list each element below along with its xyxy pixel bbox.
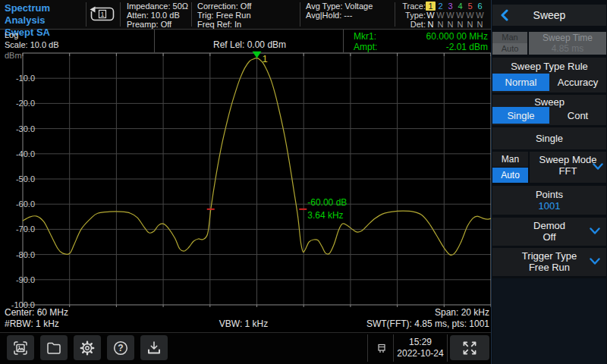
y-axis-tick-label: -20.0 bbox=[16, 99, 35, 108]
trace-3-type: W bbox=[445, 11, 455, 20]
header-separator bbox=[86, 2, 86, 27]
app-title-line1: Spectrum Analysis bbox=[5, 2, 85, 27]
y-axis-tick-label: -80.0 bbox=[16, 250, 35, 259]
correction-readout: Correction: Off bbox=[197, 2, 251, 11]
sweep-mode-dropdown[interactable]: Sweep Mode FFT bbox=[530, 152, 606, 183]
y-axis-tick-label: -70.0 bbox=[16, 224, 35, 234]
y-axis-tick-label: -50.0 bbox=[16, 174, 35, 184]
trace-1-trace[interactable]: 1 bbox=[426, 2, 436, 11]
trace-matrix[interactable]: Trace:123456Type:WWWWWWDet:NNNNNN bbox=[398, 2, 490, 29]
impedance-readout: Impedance: 50Ω bbox=[127, 2, 188, 11]
amplitude-unit-label: dBm bbox=[5, 51, 22, 60]
save-button[interactable] bbox=[140, 335, 168, 360]
trigger-type-dropdown[interactable]: Trigger Type Free Run bbox=[492, 248, 606, 276]
svg-text:?: ? bbox=[118, 343, 123, 353]
points-label: Points bbox=[492, 186, 606, 200]
demod-dropdown[interactable]: Demod Off bbox=[492, 218, 606, 246]
save-icon bbox=[145, 339, 163, 357]
header-bar: Spectrum Analysis Swept SA 1 Impedance: … bbox=[0, 0, 492, 30]
trace-matrix-row-label: Type: bbox=[398, 11, 426, 20]
spectrum-analyzer-screen: -10.0-20.0-30.0-40.0-50.0-60.0-70.0-80.0… bbox=[0, 0, 607, 364]
sweep-time-value: 4.85 ms bbox=[529, 43, 606, 54]
points-value: 1001 bbox=[492, 200, 606, 212]
trace-4-type: W bbox=[455, 11, 465, 20]
atten-readout: Atten: 10.0 dB bbox=[127, 11, 188, 20]
settings-button[interactable] bbox=[74, 335, 101, 360]
header-trig-settings: Correction: Off Trig: Free Run Freq Ref:… bbox=[197, 2, 251, 29]
center-freq-readout: Center: 60 MHz bbox=[5, 307, 68, 318]
sweep-time-auto-option: Auto bbox=[492, 43, 527, 55]
taskbar-separator bbox=[367, 334, 368, 362]
trace-6-trace[interactable]: 6 bbox=[475, 2, 485, 11]
trace-matrix-row-label: Det: bbox=[398, 20, 426, 29]
sweep-type-rule-accuracy-button[interactable]: Accuracy bbox=[549, 74, 606, 91]
trace-3-trace[interactable]: 3 bbox=[445, 2, 455, 11]
header-avg-settings: Avg Type: Voltage Avg|Hold: --- bbox=[306, 2, 373, 20]
header-separator bbox=[191, 2, 192, 27]
screenshot-button[interactable] bbox=[7, 335, 34, 360]
trace-5-type: W bbox=[465, 11, 475, 20]
sweep-type-rule-panel: Sweep Type Rule Normal Accuracy bbox=[492, 58, 606, 93]
gear-icon bbox=[78, 339, 96, 357]
header-separator bbox=[395, 2, 395, 27]
clock[interactable]: 15:29 2022-10-24 bbox=[395, 337, 446, 359]
avg-type-readout: Avg Type: Voltage bbox=[306, 2, 373, 11]
trace-4-trace[interactable]: 4 bbox=[455, 2, 465, 11]
time-readout: 15:29 bbox=[395, 337, 446, 348]
help-button[interactable]: ? bbox=[107, 335, 134, 360]
sweep-cont-button[interactable]: Cont bbox=[549, 107, 606, 124]
expand-icon bbox=[460, 338, 480, 358]
marker-number-label: 1 bbox=[263, 53, 268, 64]
trig-readout: Trig: Free Run bbox=[197, 11, 251, 20]
sweep-single-button[interactable]: Single bbox=[492, 107, 549, 124]
sweep-type-rule-normal-button[interactable]: Normal bbox=[492, 74, 549, 91]
sweep-time-man-option: Man bbox=[492, 32, 527, 43]
trace-5-trace[interactable]: 5 bbox=[465, 2, 475, 11]
ndb-bw-text: 3.64 kHz bbox=[307, 210, 343, 221]
y-axis-tick-label: -90.0 bbox=[16, 275, 35, 284]
expand-display-button[interactable] bbox=[450, 335, 489, 360]
swt-readout: SWT(FFT): 4.85 ms, pts: 1001 bbox=[315, 318, 489, 329]
chevron-down-icon bbox=[590, 228, 600, 235]
sweep-time-man-auto-toggle: Man Auto bbox=[492, 32, 527, 55]
chevron-down-icon bbox=[590, 258, 600, 265]
trace-3-det: N bbox=[445, 20, 455, 29]
marker-name-label: Mkr1: bbox=[354, 31, 376, 42]
sidebar-empty-area bbox=[492, 278, 606, 364]
single-sweep-button[interactable]: Single bbox=[492, 127, 606, 149]
header-separator bbox=[120, 2, 121, 27]
trace-matrix-row-label: Trace: bbox=[398, 2, 426, 11]
sidebar-title: Sweep bbox=[492, 9, 606, 21]
trace-2-type: W bbox=[436, 11, 445, 20]
trace-2-trace[interactable]: 2 bbox=[436, 2, 445, 11]
header-separator bbox=[300, 2, 300, 27]
back-icon[interactable] bbox=[500, 9, 509, 21]
avg-hold-readout: Avg|Hold: --- bbox=[306, 11, 373, 20]
trace-matrix-row: Trace:123456 bbox=[398, 2, 490, 11]
marker-ampt-label: Ampt: bbox=[354, 42, 377, 52]
help-icon: ? bbox=[112, 339, 130, 357]
y-axis-tick-label: -10.0 bbox=[16, 74, 35, 83]
ndb-level-text: -60.00 dB bbox=[307, 197, 347, 208]
sweep-time-label: Sweep Time bbox=[529, 32, 606, 43]
vbw-readout: VBW: 1 kHz bbox=[190, 318, 297, 329]
taskbar-separator bbox=[393, 334, 394, 362]
freq-ref-readout: Freq Ref: In bbox=[197, 20, 251, 29]
trace-matrix-row: Det:NNNNNN bbox=[398, 20, 490, 29]
sweep-mode-man-auto-toggle[interactable]: Man Auto bbox=[492, 152, 528, 183]
chevron-down-icon bbox=[593, 163, 603, 171]
y-axis-tick-label: -60.0 bbox=[16, 199, 35, 209]
points-button[interactable]: Points 1001 bbox=[492, 186, 606, 215]
date-readout: 2022-10-24 bbox=[395, 348, 446, 359]
sweep-mode-auto-option[interactable]: Auto bbox=[492, 168, 528, 183]
trace-1-det: N bbox=[426, 20, 436, 29]
sweep-mode-man-option[interactable]: Man bbox=[492, 152, 528, 167]
usb-indicator bbox=[375, 342, 388, 359]
sidebar-menu: Sweep Man Auto Sweep Time 4.85 ms Sweep … bbox=[491, 0, 607, 364]
sweep-mode-panel: Sweep Single Cont bbox=[492, 95, 606, 125]
marker-ampt-readout: -2.01 dBm bbox=[382, 42, 488, 52]
file-explorer-button[interactable] bbox=[40, 335, 68, 360]
span-readout: Span: 20 kHz bbox=[383, 307, 489, 318]
trace-6-det: N bbox=[475, 20, 485, 29]
taskbar: ? 15:29 2022-10-24 bbox=[0, 332, 492, 364]
